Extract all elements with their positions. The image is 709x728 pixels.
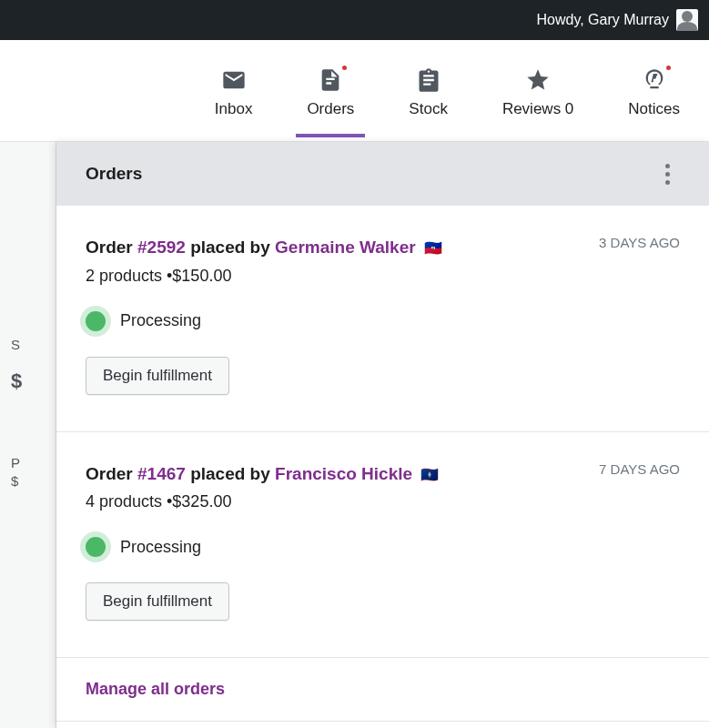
timestamp: 7 DAYS AGO (599, 461, 680, 477)
customer-link[interactable]: Francisco Hickle (275, 464, 412, 483)
order-number-link[interactable]: #2592 (137, 238, 186, 257)
panel-title: Orders (86, 164, 142, 184)
flag-icon: 🇭🇹 (424, 240, 442, 256)
stock-icon (416, 67, 441, 93)
timestamp: 3 DAYS AGO (599, 235, 680, 250)
orders-icon (318, 67, 343, 93)
avatar[interactable] (676, 9, 698, 31)
status-text: Processing (120, 538, 201, 557)
tab-reviews[interactable]: Reviews 0 (491, 46, 584, 136)
status-text: Processing (120, 311, 201, 330)
tab-notices[interactable]: Notices (617, 46, 691, 136)
orders-panel: Orders Order #2592 placed by Germaine Wa… (56, 142, 709, 728)
admin-bar: Howdy, Gary Murray (0, 0, 709, 40)
manage-all-orders-link[interactable]: Manage all orders (56, 658, 709, 722)
order-card: Order #2592 placed by Germaine Walker 🇭🇹… (56, 206, 709, 432)
inbox-icon (221, 67, 247, 93)
status-indicator-icon (86, 311, 106, 331)
tab-label: Reviews 0 (502, 100, 573, 118)
activity-tabs: Inbox Orders Stock Reviews 0 Notices (0, 40, 709, 142)
tab-orders[interactable]: Orders (296, 46, 365, 136)
tab-label: Notices (628, 100, 680, 118)
reviews-icon (525, 67, 551, 93)
order-meta: 4 products •$325.00 (86, 492, 680, 511)
more-options-button[interactable] (651, 157, 684, 190)
background-sidebar: S $ P $ (0, 142, 56, 728)
order-card: Order #1467 placed by Francisco Hickle 🇬… (56, 432, 709, 659)
status-indicator-icon (86, 537, 106, 557)
tab-label: Orders (307, 100, 354, 118)
panel-header: Orders (56, 142, 709, 206)
tab-label: Stock (409, 100, 448, 118)
begin-fulfillment-button[interactable]: Begin fulfillment (86, 582, 229, 621)
status-row: Processing (86, 311, 680, 331)
order-number-link[interactable]: #1467 (137, 464, 186, 483)
notification-dot (340, 64, 349, 72)
notices-icon (642, 67, 667, 93)
order-title: Order #2592 placed by Germaine Walker 🇭🇹 (86, 235, 442, 261)
tab-stock[interactable]: Stock (398, 46, 459, 136)
greeting-text[interactable]: Howdy, Gary Murray (536, 12, 669, 28)
flag-icon: 🇬🇺 (420, 467, 439, 482)
begin-fulfillment-button[interactable]: Begin fulfillment (86, 357, 229, 395)
order-meta: 2 products •$150.00 (86, 267, 680, 286)
order-title: Order #1467 placed by Francisco Hickle 🇬… (86, 461, 439, 488)
tab-label: Inbox (215, 100, 253, 118)
notification-dot (664, 64, 673, 72)
status-row: Processing (86, 537, 680, 557)
customer-link[interactable]: Germaine Walker (275, 238, 416, 257)
tab-inbox[interactable]: Inbox (204, 46, 264, 136)
